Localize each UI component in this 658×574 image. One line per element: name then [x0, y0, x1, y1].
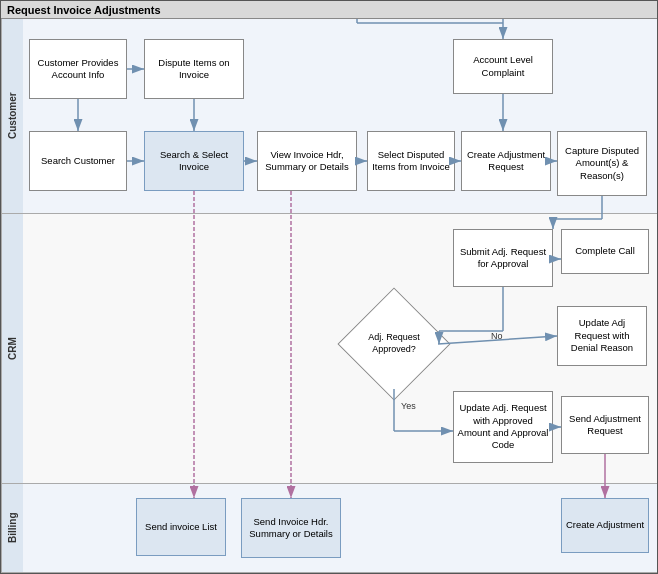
- box-update-denial: Update Adj Request with Denial Reason: [557, 306, 647, 366]
- box-submit-adj: Submit Adj. Request for Approval: [453, 229, 553, 287]
- lane-billing-label: Billing: [1, 484, 23, 572]
- box-complete-call: Complete Call: [561, 229, 649, 274]
- title-text: Request Invoice Adjustments: [7, 4, 161, 16]
- box-send-invoice-hdr: Send Invoice Hdr. Summary or Details: [241, 498, 341, 558]
- box-create-adj-billing: Create Adjustment: [561, 498, 649, 553]
- diagram-title: Request Invoice Adjustments: [1, 1, 657, 19]
- lane-crm-label: CRM: [1, 214, 23, 483]
- box-send-adjustment: Send Adjustment Request: [561, 396, 649, 454]
- box-account-level: Account Level Complaint: [453, 39, 553, 94]
- box-search-select-invoice: Search & Select Invoice: [144, 131, 244, 191]
- box-capture-disputed: Capture Disputed Amount(s) & Reason(s): [557, 131, 647, 196]
- box-dispute-items: Dispute Items on Invoice: [144, 39, 244, 99]
- diagram-container: Request Invoice Adjustments Customer CRM…: [0, 0, 658, 574]
- box-search-customer: Search Customer: [29, 131, 127, 191]
- box-view-invoice: View Invoice Hdr, Summary or Details: [257, 131, 357, 191]
- lane-customer-label: Customer: [1, 19, 23, 213]
- box-customer-provides: Customer Provides Account Info: [29, 39, 127, 99]
- diamond-adj-approved: Adj. Request Approved?: [349, 299, 439, 389]
- box-create-adjustment: Create Adjustment Request: [461, 131, 551, 191]
- box-send-invoice-list: Send invoice List: [136, 498, 226, 556]
- box-select-disputed: Select Disputed Items from Invoice: [367, 131, 455, 191]
- box-update-approved: Update Adj. Request with Approved Amount…: [453, 391, 553, 463]
